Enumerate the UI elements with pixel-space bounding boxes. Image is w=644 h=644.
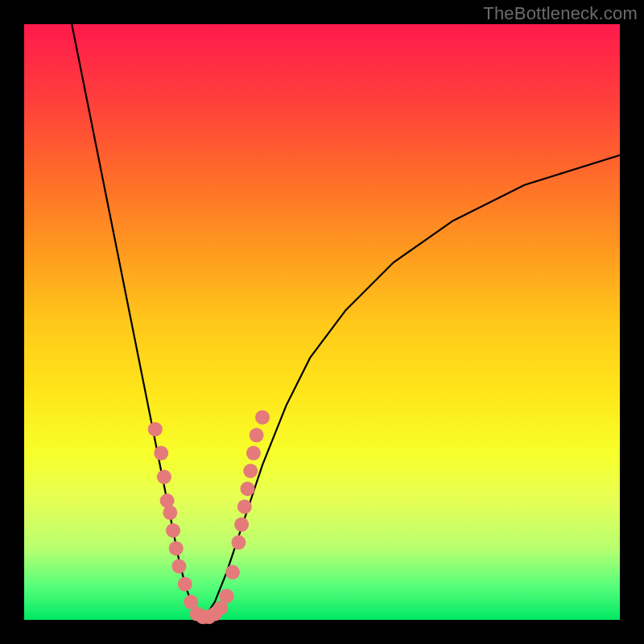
scatter-dot xyxy=(157,469,171,484)
scatter-dot xyxy=(163,506,177,520)
scatter-dot xyxy=(220,588,234,603)
scatter-dot xyxy=(154,446,168,460)
plot-area xyxy=(24,24,620,620)
curve-right-curve xyxy=(203,155,620,620)
dot-group xyxy=(148,410,270,624)
curve-group xyxy=(72,24,620,620)
watermark-text: TheBottleneck.com xyxy=(483,3,638,24)
scatter-dot xyxy=(178,577,192,592)
scatter-dot xyxy=(169,541,184,555)
scatter-dot xyxy=(225,565,240,580)
scatter-dot xyxy=(231,535,246,550)
scatter-dot xyxy=(237,499,252,514)
scatter-dot xyxy=(246,446,261,460)
curve-left-curve xyxy=(72,24,203,620)
scatter-dot xyxy=(250,428,264,443)
scatter-dot xyxy=(166,523,180,538)
scatter-dot xyxy=(171,559,186,573)
outer-frame: TheBottleneck.com xyxy=(0,0,644,644)
scatter-dot xyxy=(255,410,270,424)
scatter-dot xyxy=(241,481,255,496)
chart-svg xyxy=(24,24,620,620)
scatter-dot xyxy=(234,518,249,532)
scatter-dot xyxy=(243,464,258,478)
scatter-dot xyxy=(148,422,163,436)
